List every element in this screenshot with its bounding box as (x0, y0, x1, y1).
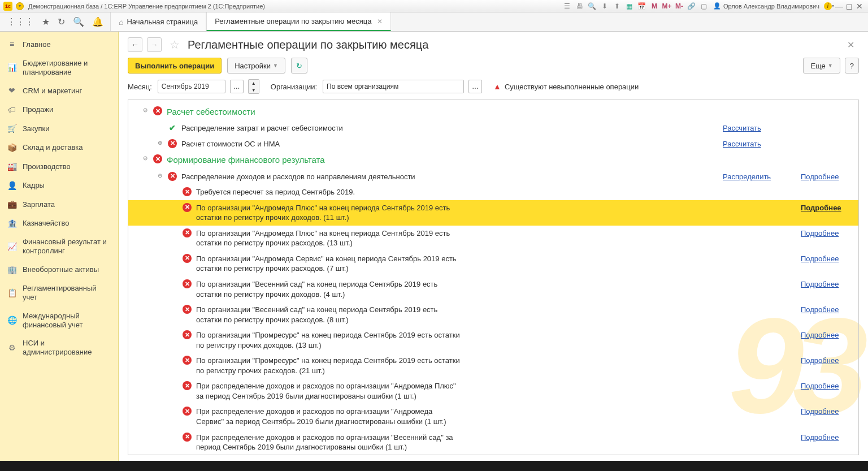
sidebar-item-assets[interactable]: 🏢Внеоборотные активы (0, 261, 118, 280)
m-label[interactable]: M (650, 2, 659, 11)
app-menu-dropdown[interactable]: ▾ (16, 2, 24, 10)
sidebar-item-warehouse[interactable]: 📦Склад и доставка (0, 139, 118, 158)
tree-row[interactable]: ✕ При распределение доходов и расходов п… (128, 404, 858, 429)
back-button[interactable]: ← (128, 37, 142, 52)
upload-icon[interactable]: ⬆ (613, 2, 622, 11)
tray-icon[interactable]: ☰ (563, 2, 572, 11)
window-title: Демонстрационная база / 1С:ERP Управлени… (28, 3, 265, 10)
tree-row[interactable]: ✕ При распределение доходов и расходов п… (128, 378, 858, 404)
m-minus-label[interactable]: M- (675, 2, 684, 11)
search-icon[interactable]: 🔍 (73, 16, 84, 27)
error-icon: ✕ (183, 381, 192, 390)
details-link[interactable]: Подробнее (801, 330, 852, 340)
tree-row[interactable]: ✕ По организации "Весенний сад" на конец… (128, 302, 858, 327)
link-icon[interactable]: 🔗 (687, 2, 696, 11)
sidebar-item-main[interactable]: ≡Главное (0, 35, 118, 54)
sidebar-item-purchases[interactable]: 🛒Закупки (0, 119, 118, 139)
expand-icon[interactable]: ⊕ (157, 139, 163, 147)
maximize-button[interactable]: ◻ (844, 2, 854, 11)
sidebar-item-hr[interactable]: 👤Кадры (0, 176, 118, 196)
tree-row[interactable]: ✕ По организации "Андромеда Сервис" на к… (128, 251, 858, 276)
forward-button[interactable]: → (147, 37, 162, 52)
month-picker-button[interactable]: … (230, 80, 244, 93)
briefcase-icon: 💼 (7, 200, 17, 210)
step-down-icon[interactable]: ▼ (249, 87, 259, 93)
tree-row[interactable]: ✕ Требуется пересчет за период Сентябрь … (128, 184, 858, 200)
tree-group[interactable]: ⊖ ✕ Формирование финансового результата (128, 152, 858, 168)
calculate-link[interactable]: Рассчитать (723, 139, 796, 149)
collapse-icon[interactable]: ⊖ (142, 106, 149, 114)
details-link[interactable]: Подробнее (801, 228, 852, 239)
details-link[interactable]: Подробнее (801, 254, 852, 264)
calendar-icon[interactable]: 📅 (637, 2, 646, 11)
collapse-icon[interactable]: ⊖ (157, 172, 163, 180)
sidebar-item-crm[interactable]: ❤CRM и маркетинг (0, 81, 118, 101)
window-icon[interactable]: ▢ (700, 2, 709, 11)
tree-group[interactable]: ⊖ ✕ Расчет себестоимости (128, 103, 858, 120)
distribute-link[interactable]: Распределить (723, 172, 796, 182)
tree-row[interactable]: ✕ По организации "Андромеда Плюс" на кон… (128, 226, 858, 251)
tree-row[interactable]: ⊕ ✕ Расчет стоимости ОС и НМА Рассчитать… (128, 136, 858, 152)
tree-row-selected[interactable]: ✕ По организации "Андромеда Плюс" на кон… (128, 200, 858, 226)
details-link[interactable]: Подробнее (801, 433, 852, 443)
collapse-icon[interactable]: ⊖ (142, 154, 149, 162)
tree-row[interactable]: ✕ По организации "Весенний сад" на конец… (128, 276, 858, 302)
execute-button[interactable]: Выполнить операции (128, 58, 222, 74)
sidebar-item-treasury[interactable]: 🏦Казначейство (0, 214, 118, 234)
print-icon[interactable]: 🖶 (575, 2, 584, 11)
sidebar-item-sales[interactable]: 🏷Продажи (0, 101, 118, 120)
org-picker-button[interactable]: … (468, 80, 482, 93)
more-button[interactable]: Еще▼ (803, 58, 840, 74)
sidebar-item-label: Зарплата (23, 200, 55, 209)
calculate-link[interactable]: Рассчитать (723, 123, 796, 133)
month-field[interactable]: Сентябрь 2019 (158, 80, 225, 93)
sidebar-item-budgeting[interactable]: 📊Бюджетирование и планирование (0, 54, 118, 82)
tab-home[interactable]: ⌂ Начальная страница (110, 12, 206, 31)
row-label: Расчет стоимости ОС и НМА (181, 139, 447, 149)
settings-button[interactable]: Настройки▼ (227, 58, 285, 74)
details-link[interactable]: Подробнее (801, 203, 852, 213)
tab-month-close[interactable]: Регламентные операции по закрытию месяца… (206, 12, 391, 31)
tree-row[interactable]: ⊖ ✕ Распределение доходов и расходов по … (128, 169, 858, 185)
favorite-icon[interactable]: ☆ (170, 38, 180, 51)
sidebar-item-admin[interactable]: ⚙НСИ и администрирование (0, 334, 118, 362)
download-icon[interactable]: ⬇ (600, 2, 609, 11)
apps-icon[interactable]: ⋮⋮⋮ (7, 16, 34, 27)
sidebar-item-salary[interactable]: 💼Зарплата (0, 195, 118, 214)
details-link[interactable]: Подробнее (801, 356, 852, 366)
calc-icon[interactable]: ▦ (625, 2, 634, 11)
tab-strip: ⋮⋮⋮ ★ ↻ 🔍 🔔 ⌂ Начальная страница Регламе… (0, 12, 868, 32)
tree-row[interactable]: ✔ Распределение затрат и расчет себестои… (128, 120, 858, 136)
current-user[interactable]: 👤 Орлов Александр Владимирович (713, 2, 819, 10)
details-link[interactable]: Подробнее (801, 407, 852, 417)
month-stepper[interactable]: ▲▼ (248, 79, 259, 94)
org-field[interactable]: По всем организациям (323, 80, 464, 93)
gear-icon: ⚙ (7, 343, 17, 353)
tree-row[interactable]: ✕ При распределение доходов и расходов п… (128, 430, 858, 455)
help-button[interactable]: ? (845, 58, 859, 74)
tree-row[interactable]: ✕ По организации "Промресурс" на конец п… (128, 327, 858, 353)
details-link[interactable]: Подробнее (801, 172, 852, 182)
search-icon[interactable]: 🔍 (588, 2, 597, 11)
settings-label: Настройки (235, 62, 271, 70)
step-up-icon[interactable]: ▲ (249, 80, 259, 87)
tree-row[interactable]: ✕ По организации "Промресурс" на конец п… (128, 353, 858, 378)
close-tab-icon[interactable]: ✕ (377, 18, 383, 25)
details-link[interactable]: Подробнее (801, 381, 852, 391)
bell-icon[interactable]: 🔔 (92, 16, 103, 27)
sidebar-item-finresult[interactable]: 📈Финансовый результат и контроллинг (0, 233, 118, 261)
close-window-button[interactable]: ✕ (854, 2, 865, 11)
minimize-button[interactable]: — (834, 2, 844, 11)
close-page-button[interactable]: ✕ (843, 40, 859, 50)
details-link[interactable]: Подробнее (801, 305, 852, 315)
operations-tree[interactable]: ⊖ ✕ Расчет себестоимости ✔ Распределение… (128, 100, 858, 455)
sidebar-item-production[interactable]: 🏭Производство (0, 157, 118, 176)
refresh-button[interactable]: ↻ (291, 58, 307, 74)
history-icon[interactable]: ↻ (58, 16, 65, 27)
m-plus-label[interactable]: M+ (662, 2, 671, 11)
star-icon[interactable]: ★ (42, 16, 50, 27)
details-link[interactable]: Подробнее (801, 279, 852, 289)
info-icon[interactable]: i (824, 2, 832, 10)
sidebar-item-regulated[interactable]: 📋Регламентированный учет (0, 279, 118, 307)
sidebar-item-ifrs[interactable]: 🌐Международный финансовый учет (0, 307, 118, 335)
